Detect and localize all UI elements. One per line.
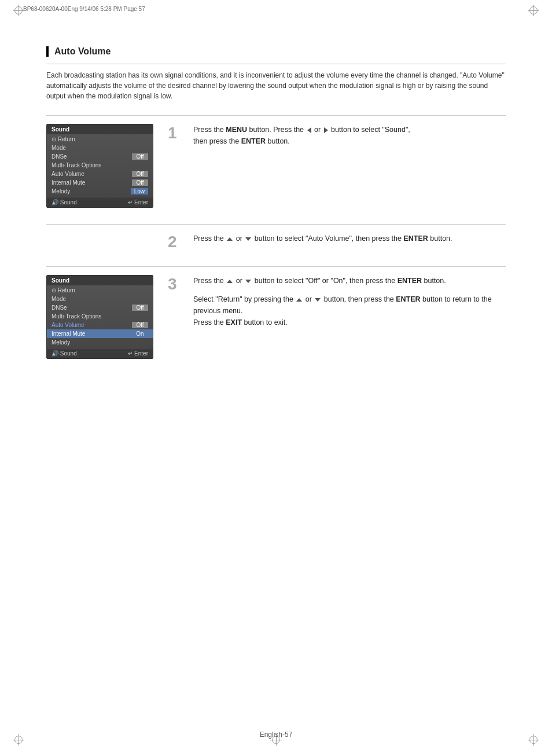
step2-suffix: button. xyxy=(428,234,452,243)
right-arrow-icon xyxy=(324,127,328,133)
crosshair-top-left xyxy=(13,5,24,16)
step-3-menu: Sound ⊙ Return Mode DNSe Off Multi-Track… xyxy=(46,275,153,359)
menu-1-dnse: DNSe Off xyxy=(47,152,153,161)
step-2-number: 2 xyxy=(168,233,185,250)
step-3-row: Sound ⊙ Return Mode DNSe Off Multi-Track… xyxy=(46,266,506,359)
step1-enter-bold: ENTER xyxy=(241,137,266,145)
step-3-extra: Select "Return" by pressing the or butto… xyxy=(193,293,506,328)
menu-1-internalmute: Internal Mute Off xyxy=(47,178,153,187)
menu-1-autovolume: Auto Volume Off xyxy=(47,170,153,178)
main-content: Auto Volume Each broadcasting station ha… xyxy=(46,46,506,375)
step-1-content: 1 Press the MENU button. Press the or bu… xyxy=(168,124,506,147)
menu-3-multitrack: Multi-Track Options xyxy=(47,312,153,321)
extra-exit-bold: EXIT xyxy=(226,318,242,326)
page-number: English-57 xyxy=(260,731,293,739)
extra-last: button to exit. xyxy=(242,318,288,326)
extra-last-prefix: Press the xyxy=(193,318,226,326)
intro-paragraph: Each broadcasting station has its own si… xyxy=(46,70,506,101)
step-1-menu: Sound ⊙ Return Mode DNSe Off Multi-Track… xyxy=(46,124,153,208)
crosshair-top-right xyxy=(528,5,539,16)
menu-3-dnse: DNSe Off xyxy=(47,303,153,312)
step2-prefix: Press the xyxy=(193,234,226,243)
menu-3-footer: 🔊 Sound ↵ Enter xyxy=(47,348,153,358)
menu-1-multitrack: Multi-Track Options xyxy=(47,161,153,170)
down-arrow-icon xyxy=(245,237,251,241)
up-arrow-icon xyxy=(227,237,233,241)
step3-prefix: Press the xyxy=(193,277,226,285)
step2-middle: button to select "Auto Volume", then pre… xyxy=(252,234,403,243)
header-bar: BP68-00620A-00Eng 9/14/06 5:28 PM Page 5… xyxy=(23,6,529,12)
step-1-number: 1 xyxy=(168,124,185,141)
menu-3-mode: Mode xyxy=(47,295,153,303)
menu-3-header: Sound xyxy=(47,276,153,286)
step1-prefix: Press the xyxy=(193,126,226,134)
step1-suffix: button. xyxy=(266,137,290,145)
step3-suffix: button. xyxy=(422,277,446,285)
extra-middle: button, then press the xyxy=(322,295,396,303)
extra-or: or xyxy=(303,295,314,303)
extra-up-icon xyxy=(296,298,302,302)
step3-down-icon xyxy=(245,280,251,283)
step-3-text: Press the or button to select "Off" or "… xyxy=(193,275,506,328)
step-3-content: 3 Press the or button to select "Off" or… xyxy=(168,275,506,328)
step2-enter-bold: ENTER xyxy=(403,234,428,243)
section-divider xyxy=(46,64,506,64)
menu-3-melody: Melody xyxy=(47,338,153,347)
step-1-row: Sound ⊙ Return Mode DNSe Off Multi-Track… xyxy=(46,115,506,208)
step-2-content: 2 Press the or button to select "Auto Vo… xyxy=(168,233,506,250)
file-info: BP68-00620A-00Eng 9/14/06 5:28 PM Page 5… xyxy=(23,6,145,12)
menu-3-return: ⊙ Return xyxy=(47,286,153,295)
step3-up-icon xyxy=(227,280,233,283)
menu-1-melody: Melody Low xyxy=(47,187,153,196)
step1-menu-bold: MENU xyxy=(226,126,247,134)
step3-middle: button to select "Off" or "On", then pre… xyxy=(252,277,397,285)
step2-or: or xyxy=(234,234,244,243)
menu-3-autovolume: Auto Volume Off xyxy=(47,321,153,329)
step-3-number: 3 xyxy=(168,275,185,292)
step3-or: or xyxy=(234,277,244,285)
page-footer: English-57 xyxy=(0,731,552,739)
menu-3-internalmute: Internal Mute On xyxy=(47,329,153,338)
step-2-text: Press the or button to select "Auto Volu… xyxy=(193,233,506,244)
section-title: Auto Volume xyxy=(54,46,506,57)
step1-middle: button. Press the xyxy=(247,126,306,134)
extra-prefix: Select "Return" by pressing the xyxy=(193,295,295,303)
left-arrow-icon xyxy=(307,127,311,133)
step3-enter-bold: ENTER xyxy=(398,277,422,285)
section-title-area: Auto Volume xyxy=(46,46,506,57)
menu-1-footer: 🔊 Sound ↵ Enter xyxy=(47,197,153,207)
menu-1-header: Sound xyxy=(47,124,153,135)
step-2-row: 2 Press the or button to select "Auto Vo… xyxy=(46,224,506,250)
step-3-image: Sound ⊙ Return Mode DNSe Off Multi-Track… xyxy=(46,275,156,359)
menu-1-mode: Mode xyxy=(47,144,153,152)
menu-1-return: ⊙ Return xyxy=(47,135,153,144)
step-1-text: Press the MENU button. Press the or butt… xyxy=(193,124,506,147)
step1-or: or xyxy=(312,126,323,134)
extra-enter-bold: ENTER xyxy=(396,295,420,303)
step-1-image: Sound ⊙ Return Mode DNSe Off Multi-Track… xyxy=(46,124,156,208)
extra-down-icon xyxy=(315,298,321,302)
